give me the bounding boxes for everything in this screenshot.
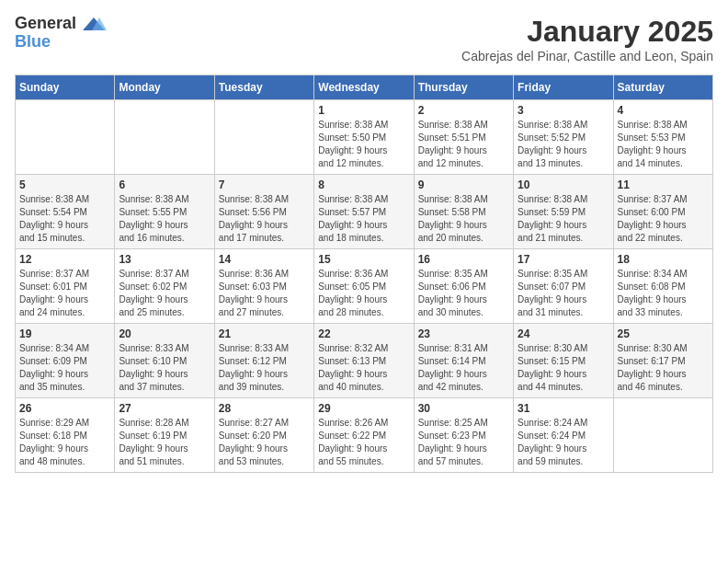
day-info: Sunrise: 8:38 AM Sunset: 5:51 PM Dayligh… [418,119,509,170]
day-info: Sunrise: 8:24 AM Sunset: 6:24 PM Dayligh… [518,417,609,468]
weekday-header-monday: Monday [115,75,214,100]
day-info: Sunrise: 8:37 AM Sunset: 6:00 PM Dayligh… [618,193,709,245]
day-info: Sunrise: 8:38 AM Sunset: 5:50 PM Dayligh… [318,119,409,170]
day-cell: 24Sunrise: 8:30 AM Sunset: 6:15 PM Dayli… [514,324,613,398]
day-info: Sunrise: 8:27 AM Sunset: 6:20 PM Dayligh… [219,417,310,468]
day-cell: 15Sunrise: 8:36 AM Sunset: 6:05 PM Dayli… [314,249,414,324]
day-cell [115,100,214,175]
day-number: 9 [418,178,509,191]
day-number: 10 [518,178,609,191]
day-cell: 2Sunrise: 8:38 AM Sunset: 5:51 PM Daylig… [414,100,513,175]
day-number: 5 [19,178,110,191]
day-cell: 13Sunrise: 8:37 AM Sunset: 6:02 PM Dayli… [115,249,214,324]
day-info: Sunrise: 8:38 AM Sunset: 5:57 PM Dayligh… [318,193,409,245]
day-number: 18 [618,253,709,266]
day-cell: 28Sunrise: 8:27 AM Sunset: 6:20 PM Dayli… [214,398,313,473]
header: General Blue January 2025 Cabrejas del P… [15,15,713,63]
day-info: Sunrise: 8:36 AM Sunset: 6:03 PM Dayligh… [219,268,310,319]
day-number: 26 [19,402,110,415]
day-number: 28 [219,402,310,415]
day-info: Sunrise: 8:29 AM Sunset: 6:18 PM Dayligh… [19,417,110,468]
logo-general: General [15,15,107,33]
day-cell: 16Sunrise: 8:35 AM Sunset: 6:06 PM Dayli… [414,249,513,324]
day-cell: 22Sunrise: 8:32 AM Sunset: 6:13 PM Dayli… [314,324,414,398]
day-number: 1 [318,104,409,117]
day-info: Sunrise: 8:38 AM Sunset: 5:56 PM Dayligh… [219,193,310,245]
day-info: Sunrise: 8:32 AM Sunset: 6:13 PM Dayligh… [318,342,409,394]
logo-icon [81,16,107,32]
day-cell: 9Sunrise: 8:38 AM Sunset: 5:58 PM Daylig… [414,175,513,249]
calendar-table: SundayMondayTuesdayWednesdayThursdayFrid… [15,75,713,473]
day-cell: 12Sunrise: 8:37 AM Sunset: 6:01 PM Dayli… [16,249,115,324]
day-number: 14 [219,253,310,266]
day-cell: 3Sunrise: 8:38 AM Sunset: 5:52 PM Daylig… [514,100,613,175]
day-info: Sunrise: 8:38 AM Sunset: 5:59 PM Dayligh… [518,193,609,245]
day-cell: 23Sunrise: 8:31 AM Sunset: 6:14 PM Dayli… [414,324,513,398]
day-info: Sunrise: 8:38 AM Sunset: 5:55 PM Dayligh… [119,193,210,245]
day-info: Sunrise: 8:38 AM Sunset: 5:52 PM Dayligh… [518,119,609,170]
day-cell: 26Sunrise: 8:29 AM Sunset: 6:18 PM Dayli… [16,398,115,473]
day-number: 6 [119,178,210,191]
day-number: 3 [518,104,609,117]
day-number: 2 [418,104,509,117]
day-cell: 1Sunrise: 8:38 AM Sunset: 5:50 PM Daylig… [314,100,414,175]
day-info: Sunrise: 8:37 AM Sunset: 6:01 PM Dayligh… [19,268,110,319]
day-cell: 8Sunrise: 8:38 AM Sunset: 5:57 PM Daylig… [314,175,414,249]
day-cell: 25Sunrise: 8:30 AM Sunset: 6:17 PM Dayli… [613,324,712,398]
day-cell: 11Sunrise: 8:37 AM Sunset: 6:00 PM Dayli… [613,175,712,249]
weekday-header-wednesday: Wednesday [314,75,414,100]
week-row-2: 5Sunrise: 8:38 AM Sunset: 5:54 PM Daylig… [16,175,713,249]
day-cell: 17Sunrise: 8:35 AM Sunset: 6:07 PM Dayli… [514,249,613,324]
day-cell: 20Sunrise: 8:33 AM Sunset: 6:10 PM Dayli… [115,324,214,398]
day-info: Sunrise: 8:33 AM Sunset: 6:10 PM Dayligh… [119,342,210,394]
day-number: 17 [518,253,609,266]
day-info: Sunrise: 8:38 AM Sunset: 5:58 PM Dayligh… [418,193,509,245]
day-number: 27 [119,402,210,415]
day-info: Sunrise: 8:38 AM Sunset: 5:53 PM Dayligh… [618,119,709,170]
week-row-1: 1Sunrise: 8:38 AM Sunset: 5:50 PM Daylig… [16,100,713,175]
day-number: 22 [318,327,409,340]
day-number: 23 [418,327,509,340]
day-cell: 6Sunrise: 8:38 AM Sunset: 5:55 PM Daylig… [115,175,214,249]
month-title: January 2025 [461,15,713,49]
day-number: 19 [19,327,110,340]
day-number: 30 [418,402,509,415]
day-number: 29 [318,402,409,415]
day-number: 11 [618,178,709,191]
day-info: Sunrise: 8:33 AM Sunset: 6:12 PM Dayligh… [219,342,310,394]
day-cell [214,100,313,175]
day-number: 7 [219,178,310,191]
day-number: 16 [418,253,509,266]
day-number: 20 [119,327,210,340]
week-row-4: 19Sunrise: 8:34 AM Sunset: 6:09 PM Dayli… [16,324,713,398]
day-cell: 27Sunrise: 8:28 AM Sunset: 6:19 PM Dayli… [115,398,214,473]
day-info: Sunrise: 8:34 AM Sunset: 6:09 PM Dayligh… [19,342,110,394]
day-info: Sunrise: 8:25 AM Sunset: 6:23 PM Dayligh… [418,417,509,468]
day-cell: 19Sunrise: 8:34 AM Sunset: 6:09 PM Dayli… [16,324,115,398]
day-number: 8 [318,178,409,191]
day-number: 4 [618,104,709,117]
weekday-header-tuesday: Tuesday [214,75,313,100]
day-number: 12 [19,253,110,266]
day-info: Sunrise: 8:36 AM Sunset: 6:05 PM Dayligh… [318,268,409,319]
day-info: Sunrise: 8:35 AM Sunset: 6:06 PM Dayligh… [418,268,509,319]
day-info: Sunrise: 8:30 AM Sunset: 6:15 PM Dayligh… [518,342,609,394]
logo: General Blue [15,15,107,52]
week-row-3: 12Sunrise: 8:37 AM Sunset: 6:01 PM Dayli… [16,249,713,324]
title-area: January 2025 Cabrejas del Pinar, Castill… [461,15,713,63]
day-cell: 18Sunrise: 8:34 AM Sunset: 6:08 PM Dayli… [613,249,712,324]
day-info: Sunrise: 8:37 AM Sunset: 6:02 PM Dayligh… [119,268,210,319]
day-cell: 7Sunrise: 8:38 AM Sunset: 5:56 PM Daylig… [214,175,313,249]
day-number: 31 [518,402,609,415]
week-row-5: 26Sunrise: 8:29 AM Sunset: 6:18 PM Dayli… [16,398,713,473]
day-cell: 30Sunrise: 8:25 AM Sunset: 6:23 PM Dayli… [414,398,513,473]
day-info: Sunrise: 8:30 AM Sunset: 6:17 PM Dayligh… [618,342,709,394]
day-cell: 4Sunrise: 8:38 AM Sunset: 5:53 PM Daylig… [613,100,712,175]
day-cell: 5Sunrise: 8:38 AM Sunset: 5:54 PM Daylig… [16,175,115,249]
day-info: Sunrise: 8:28 AM Sunset: 6:19 PM Dayligh… [119,417,210,468]
day-cell: 10Sunrise: 8:38 AM Sunset: 5:59 PM Dayli… [514,175,613,249]
day-info: Sunrise: 8:26 AM Sunset: 6:22 PM Dayligh… [318,417,409,468]
day-number: 25 [618,327,709,340]
weekday-header-thursday: Thursday [414,75,513,100]
day-number: 21 [219,327,310,340]
